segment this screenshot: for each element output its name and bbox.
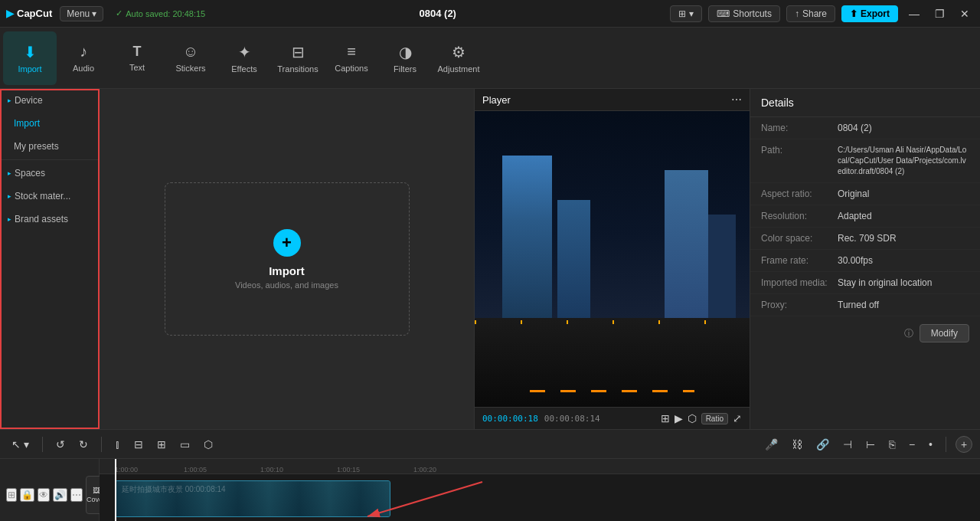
stickers-label: Stickers (175, 64, 205, 73)
player-title: Player (482, 94, 511, 106)
spaces-arrow: ▸ (8, 169, 11, 177)
ruler-mark-1: 1:00:05 (184, 466, 207, 473)
align-right-button[interactable]: ⊢ (862, 436, 879, 453)
track-eye-button[interactable]: 👁 (38, 488, 50, 502)
autosave-status: ✓ Auto saved: 20:48:15 (116, 8, 205, 18)
transitions-icon: ⊟ (292, 43, 305, 61)
redo-button[interactable]: ↻ (75, 436, 92, 453)
adjustment-label: Adjustment (437, 64, 479, 74)
layout-icon: ⊞ (678, 8, 686, 19)
mic-button[interactable]: 🎤 (761, 436, 782, 453)
details-header: Details (750, 89, 980, 117)
audio-icon: ♪ (80, 43, 87, 61)
sidebar-brand-section[interactable]: ▸ Brand assets (0, 208, 99, 231)
detail-value-aspect: Original (838, 188, 969, 199)
track-lock-button[interactable]: 🔒 (20, 488, 34, 502)
sidebar-stock-label: Stock mater... (15, 191, 70, 202)
track-expand-button[interactable]: ⊞ (6, 488, 17, 502)
toolbar-import[interactable]: ⬇ Import (3, 31, 57, 85)
share-button[interactable]: ↑ Share (786, 5, 835, 22)
keyboard-icon: ⌨ (717, 8, 730, 19)
captions-label: Captions (335, 64, 368, 73)
detail-label-name: Name: (761, 123, 838, 133)
toolbar-stickers[interactable]: ☺ Stickers (164, 31, 217, 85)
close-button[interactable]: ✕ (956, 6, 974, 21)
toolbar-text[interactable]: T Text (110, 31, 164, 85)
minimize-button[interactable]: — (904, 6, 924, 21)
layout-button[interactable]: ⊞ ▾ (670, 5, 702, 22)
detail-value-resolution: Adapted (838, 211, 969, 221)
playhead[interactable] (115, 459, 116, 521)
layout-arrow: ▾ (689, 8, 694, 19)
add-track-button[interactable]: + (956, 436, 972, 453)
cover-icon: 🖼 (93, 487, 100, 494)
dot-button[interactable]: • (925, 436, 936, 453)
logo-icon: ▶ (6, 8, 14, 19)
toolbar-adjustment[interactable]: ⚙ Adjustment (432, 31, 485, 85)
detail-row-colorspace: Color space: Rec. 709 SDR (750, 228, 980, 250)
stickers-icon: ☺ (183, 43, 198, 61)
detail-row-framerate: Frame rate: 30.00fps (750, 250, 980, 272)
time-total: 00:00:08:14 (544, 414, 600, 424)
player-more-button[interactable]: ⋯ (731, 93, 742, 106)
sidebar-item-presets[interactable]: My presets (0, 135, 99, 158)
fullscreen-button[interactable]: ⤢ (733, 412, 742, 424)
export-button[interactable]: ⬆ Export (841, 5, 898, 22)
road-lines (530, 390, 694, 392)
sidebar: ▸ Device Import My presets ▸ Spaces ▸ St… (0, 89, 100, 429)
import-label: Import (18, 64, 41, 74)
menu-button[interactable]: Menu ▾ (60, 6, 103, 21)
modify-button[interactable]: Modify (920, 324, 969, 342)
play-button[interactable]: ▶ (675, 412, 683, 424)
track-audio-button[interactable]: 🔊 (53, 488, 67, 502)
main-area: ▸ Device Import My presets ▸ Spaces ▸ St… (0, 89, 980, 429)
ruler-mark-0: 1:00:00 (115, 466, 138, 473)
building-1 (502, 156, 552, 318)
detail-label-media: Imported media: (761, 277, 838, 288)
share-label: Share (802, 8, 827, 19)
shortcuts-button[interactable]: ⌨ Shortcuts (708, 5, 780, 22)
sidebar-item-import[interactable]: Import (0, 112, 99, 135)
split-horizontal-button[interactable]: ⊟ (130, 436, 147, 453)
timeline-content: ⊞ 🔒 👁 🔊 ⋯ 🖼 Cover 1:00:00 1:00:05 1:00:1… (0, 459, 980, 521)
export-icon: ⬆ (850, 8, 858, 19)
detail-label-proxy: Proxy: (761, 300, 838, 310)
sidebar-spaces-section[interactable]: ▸ Spaces (0, 162, 99, 185)
select-tool-button[interactable]: ↖ ▾ (8, 436, 33, 453)
align-left-button[interactable]: ⊣ (839, 436, 856, 453)
toolbar-effects[interactable]: ✦ Effects (217, 31, 271, 85)
screenshot-button[interactable]: ⬡ (688, 412, 697, 424)
video-clip[interactable]: 延时拍摄城市夜景 00:00:08:14 (115, 480, 390, 517)
delete-button[interactable]: − (905, 436, 919, 453)
timeline-tracks: 1:00:00 1:00:05 1:00:10 1:00:15 1:00:20 … (100, 459, 980, 521)
toolbar-captions[interactable]: ≡ Captions (325, 31, 378, 85)
grid-view-button[interactable]: ⊞ (661, 412, 670, 424)
stock-arrow: ▸ (8, 192, 11, 200)
captions-icon: ≡ (347, 43, 356, 61)
rect-button[interactable]: ▭ (176, 436, 194, 453)
toolbar-audio[interactable]: ♪ Audio (57, 31, 110, 85)
undo-button[interactable]: ↺ (52, 436, 69, 453)
toolbar-transitions[interactable]: ⊟ Transitions (271, 31, 325, 85)
sidebar-stock-section[interactable]: ▸ Stock mater... (0, 185, 99, 208)
effects-label: Effects (231, 64, 256, 74)
split-both-button[interactable]: ⊞ (153, 436, 170, 453)
text-label: Text (129, 63, 145, 72)
effects-icon: ✦ (238, 43, 251, 61)
detail-row-aspect: Aspect ratio: Original (750, 183, 980, 205)
sidebar-device-section[interactable]: ▸ Device (0, 89, 99, 112)
split-vertical-button[interactable]: ⫿ (111, 436, 124, 453)
toolbar-filters[interactable]: ◑ Filters (378, 31, 432, 85)
shield-button[interactable]: ⬡ (200, 436, 217, 453)
track-more-button[interactable]: ⋯ (70, 488, 83, 502)
copy-button[interactable]: ⎘ (885, 436, 899, 453)
import-dropzone[interactable]: + Import Videos, audios, and images (165, 182, 410, 336)
tl-divider-1 (42, 437, 43, 452)
link-button[interactable]: 🔗 (812, 436, 833, 453)
ratio-button[interactable]: Ratio (701, 413, 728, 424)
detail-row-name: Name: 0804 (2) (750, 117, 980, 139)
chain-button[interactable]: ⛓ (788, 436, 806, 453)
content-area: + Import Videos, audios, and images (100, 89, 475, 429)
maximize-button[interactable]: ❐ (930, 6, 949, 21)
import-item-label: Import (14, 118, 40, 129)
